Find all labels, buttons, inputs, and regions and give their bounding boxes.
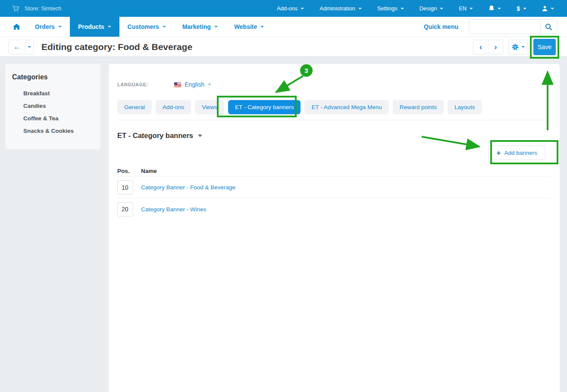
position-input[interactable]	[117, 180, 133, 194]
topbar-menu-language[interactable]: EN	[459, 5, 473, 12]
tab-reward-points[interactable]: Reward points	[393, 100, 444, 114]
cart-icon	[12, 5, 19, 12]
sidebar-item-snacks-cookies[interactable]: Snacks & Cookies	[12, 125, 94, 137]
sidebar-title: Categories	[12, 73, 94, 81]
tab-et-advanced-mega-menu[interactable]: ET - Advanced Mega Menu	[304, 100, 388, 114]
sidebar-item-breakfast[interactable]: Breakfast	[12, 87, 94, 100]
store-label: Store: Simtech	[25, 5, 61, 12]
column-header-pos: Pos.	[117, 168, 141, 174]
table-row: Category Banner - Wines	[117, 198, 551, 220]
topbar-menu-addons[interactable]: Add-ons	[277, 5, 304, 12]
chevron-down-icon	[401, 8, 404, 9]
topbar-menu-design[interactable]: Design	[420, 5, 443, 12]
bell-icon	[489, 5, 495, 12]
chevron-down-icon	[301, 8, 304, 9]
settings-dropdown-button[interactable]	[508, 40, 528, 54]
chevron-down-icon	[358, 8, 362, 9]
search-input[interactable]	[469, 20, 540, 34]
section-title: ET - Category banners	[117, 132, 193, 140]
gear-icon	[512, 44, 519, 50]
chevron-down-icon	[108, 26, 111, 28]
main-navbar: Orders Products Customers Marketing Webs…	[0, 17, 567, 37]
prev-next-group: ‹ ›	[473, 40, 503, 54]
topbar-menu-settings[interactable]: Settings	[377, 5, 404, 12]
nav-item-customers[interactable]: Customers	[119, 17, 174, 37]
nav-item-orders[interactable]: Orders	[27, 17, 70, 37]
category-edit-panel: LANGUAGE: English General Add-ons Views …	[109, 64, 560, 392]
chevron-down-icon	[163, 26, 166, 28]
position-input[interactable]	[117, 202, 133, 216]
language-selector[interactable]: English	[174, 81, 211, 88]
home-icon	[13, 24, 20, 30]
back-button-group: ←	[9, 40, 34, 54]
user-menu[interactable]	[542, 6, 554, 12]
banner-link-food-beverage[interactable]: Category Banner - Food & Beverage	[141, 184, 235, 191]
chevron-down-icon	[551, 8, 554, 9]
language-row: LANGUAGE: English	[117, 81, 551, 88]
chevron-down-icon	[440, 8, 443, 9]
quick-menu-link[interactable]: Quick menu	[424, 23, 458, 30]
plus-icon: +	[497, 149, 501, 157]
chevron-down-icon	[28, 46, 31, 48]
tab-views[interactable]: Views	[195, 100, 224, 114]
save-button[interactable]: Save	[533, 39, 556, 55]
user-icon	[542, 6, 548, 12]
home-button[interactable]	[6, 17, 27, 37]
store-selector[interactable]: Store: Simtech	[12, 5, 61, 12]
back-button[interactable]: ←	[9, 40, 25, 54]
tab-addons[interactable]: Add-ons	[156, 100, 191, 114]
add-banners-button[interactable]: + Add banners	[489, 145, 546, 160]
page-title: Editing category: Food & Beverage	[41, 42, 192, 52]
currency-menu[interactable]: $	[517, 5, 526, 12]
nav-item-marketing[interactable]: Marketing	[174, 17, 226, 37]
section-dropdown-icon[interactable]	[198, 135, 202, 137]
table-row: Category Banner - Food & Beverage	[117, 177, 551, 198]
search-button[interactable]	[540, 20, 557, 34]
banner-link-wines[interactable]: Category Banner - Wines	[141, 206, 207, 213]
tabs-row: General Add-ons Views ET - Category bann…	[117, 100, 551, 114]
search-icon	[545, 23, 552, 31]
sidebar-item-candies[interactable]: Candies	[12, 100, 94, 112]
chevron-down-icon	[58, 26, 62, 28]
tab-general[interactable]: General	[117, 100, 152, 114]
banners-table-header: Pos. Name	[117, 165, 551, 177]
nav-item-website[interactable]: Website	[226, 17, 272, 37]
tab-layouts[interactable]: Layouts	[448, 100, 482, 114]
tab-et-category-banners[interactable]: ET - Category banners	[228, 100, 301, 114]
chevron-down-icon	[521, 46, 525, 48]
previous-item-button[interactable]: ‹	[473, 40, 488, 54]
topbar-menu-administration[interactable]: Administration	[320, 5, 361, 12]
page-titlebar: ← Editing category: Food & Beverage ‹ › …	[0, 37, 567, 56]
chevron-down-icon	[208, 84, 211, 85]
add-banners-row: + Add banners	[117, 145, 551, 160]
chevron-down-icon	[498, 8, 501, 9]
search-box	[469, 19, 557, 34]
language-label: LANGUAGE:	[117, 82, 148, 87]
tabs-divider	[117, 120, 551, 120]
language-value: English	[185, 81, 204, 88]
admin-topbar: Store: Simtech Add-ons Administration Se…	[0, 0, 567, 17]
sidebar-item-coffee-tea[interactable]: Coffee & Tea	[12, 112, 94, 125]
notifications-menu[interactable]	[489, 5, 501, 12]
column-header-name: Name	[141, 168, 157, 174]
chevron-down-icon	[214, 26, 218, 28]
chevron-down-icon	[523, 8, 526, 9]
section-header: ET - Category banners	[117, 132, 551, 140]
content-area: Categories Breakfast Candies Coffee & Te…	[0, 56, 567, 392]
categories-sidebar: Categories Breakfast Candies Coffee & Te…	[5, 64, 100, 149]
add-banners-label: Add banners	[504, 150, 537, 156]
dollar-icon: $	[517, 5, 520, 12]
chevron-down-icon	[260, 26, 264, 28]
back-dropdown-button[interactable]	[25, 40, 33, 54]
us-flag-icon	[174, 82, 181, 87]
banners-table: Pos. Name Category Banner - Food & Bever…	[117, 165, 551, 220]
next-item-button[interactable]: ›	[488, 40, 503, 54]
nav-item-products[interactable]: Products	[70, 17, 119, 37]
chevron-down-icon	[470, 8, 473, 9]
